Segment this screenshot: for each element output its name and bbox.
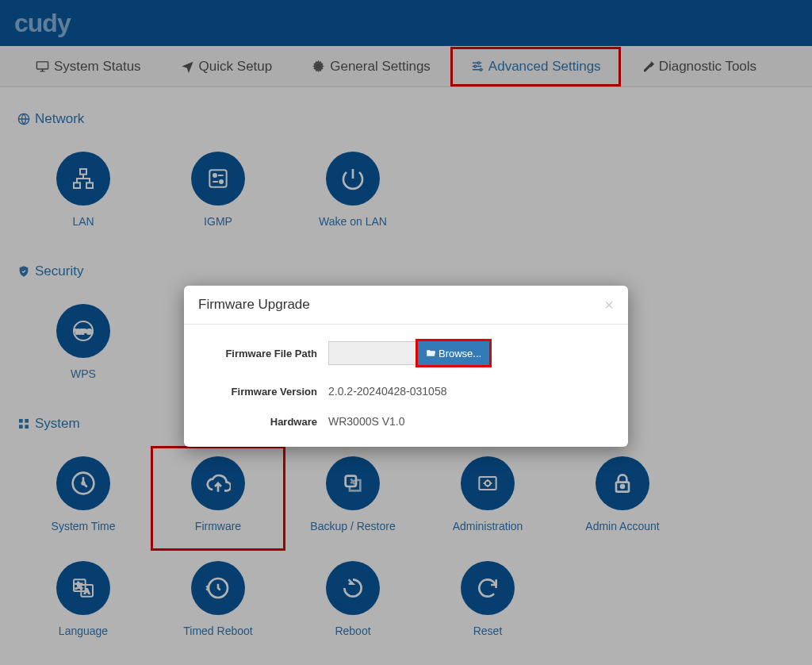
value-firmware-version: 2.0.2-20240428-031058 [328, 385, 446, 398]
modal-title: Firmware Upgrade [198, 297, 310, 313]
browse-button[interactable]: Browse... [418, 341, 489, 365]
folder-open-icon [426, 348, 436, 359]
row-file-path: Firmware File Path Browse... [201, 339, 611, 367]
file-path-input[interactable] [328, 341, 416, 365]
value-hardware: WR3000S V1.0 [328, 415, 405, 428]
label-hardware: Hardware [201, 416, 328, 428]
label-file-path: Firmware File Path [201, 348, 328, 359]
modal-header: Firmware Upgrade × [184, 286, 628, 325]
browse-highlight: Browse... [416, 339, 492, 367]
row-firmware-version: Firmware Version 2.0.2-20240428-031058 [201, 385, 611, 398]
file-group: Browse... [328, 339, 492, 367]
row-hardware: Hardware WR3000S V1.0 [201, 415, 611, 428]
browse-label: Browse... [439, 348, 481, 359]
close-icon[interactable]: × [604, 297, 614, 313]
label-firmware-version: Firmware Version [201, 386, 328, 398]
firmware-upgrade-modal: Firmware Upgrade × Firmware File Path Br… [184, 286, 628, 447]
modal-body: Firmware File Path Browse... Firmware Ve… [184, 325, 628, 447]
modal-overlay[interactable]: Firmware Upgrade × Firmware File Path Br… [0, 0, 812, 665]
